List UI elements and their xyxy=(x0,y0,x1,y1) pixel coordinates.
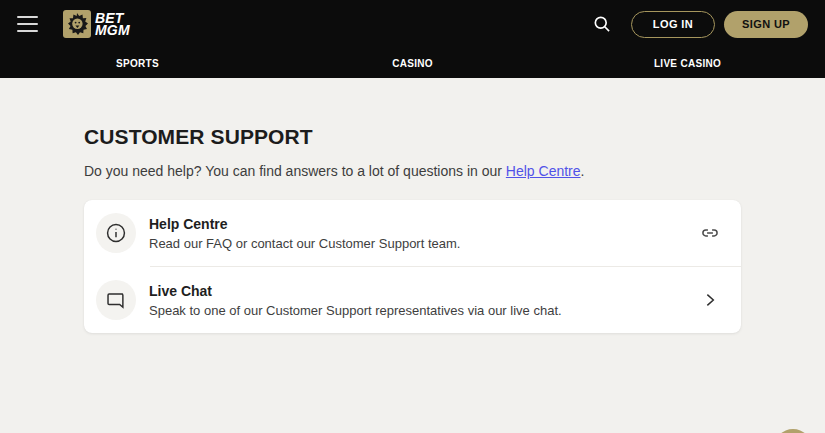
search-icon[interactable] xyxy=(591,13,613,35)
betmgm-logo[interactable]: BET MGM xyxy=(63,10,130,38)
page-title: CUSTOMER SUPPORT xyxy=(84,125,741,149)
chevron-right-icon xyxy=(699,289,721,311)
lion-logo-icon xyxy=(63,10,91,38)
help-centre-text: Help Centre Read our FAQ or contact our … xyxy=(149,216,699,251)
header-top-row: BET MGM LOG IN SIGN UP xyxy=(0,0,825,48)
link-icon xyxy=(699,222,721,244)
hamburger-menu-icon[interactable] xyxy=(17,16,38,32)
live-chat-description: Speak to one of our Customer Support rep… xyxy=(149,303,699,318)
live-chat-text: Live Chat Speak to one of our Customer S… xyxy=(149,283,699,318)
logo-wordmark: BET MGM xyxy=(95,12,130,36)
signup-button[interactable]: SIGN UP xyxy=(724,11,808,38)
nav-item-live-casino[interactable]: LIVE CASINO xyxy=(550,58,825,69)
top-header: BET MGM LOG IN SIGN UP SPORTS CASINO LIV… xyxy=(0,0,825,78)
help-centre-row[interactable]: Help Centre Read our FAQ or contact our … xyxy=(84,200,741,266)
chat-bubble-icon xyxy=(96,280,136,320)
nav-item-casino[interactable]: CASINO xyxy=(275,58,550,69)
intro-suffix: . xyxy=(581,163,585,179)
info-icon xyxy=(96,213,136,253)
support-options-card: Help Centre Read our FAQ or contact our … xyxy=(84,200,741,333)
live-chat-row[interactable]: Live Chat Speak to one of our Customer S… xyxy=(84,267,741,333)
floating-chat-button[interactable] xyxy=(774,429,812,433)
live-chat-title: Live Chat xyxy=(149,283,699,299)
content-area: CUSTOMER SUPPORT Do you need help? You c… xyxy=(0,125,825,333)
help-centre-description: Read our FAQ or contact our Customer Sup… xyxy=(149,236,699,251)
help-centre-title: Help Centre xyxy=(149,216,699,232)
login-button[interactable]: LOG IN xyxy=(631,11,715,38)
intro-text: Do you need help? You can find answers t… xyxy=(84,163,741,179)
nav-item-sports[interactable]: SPORTS xyxy=(0,58,275,69)
help-centre-link[interactable]: Help Centre xyxy=(506,163,581,179)
main-nav: SPORTS CASINO LIVE CASINO xyxy=(0,48,825,78)
intro-prefix: Do you need help? You can find answers t… xyxy=(84,163,506,179)
